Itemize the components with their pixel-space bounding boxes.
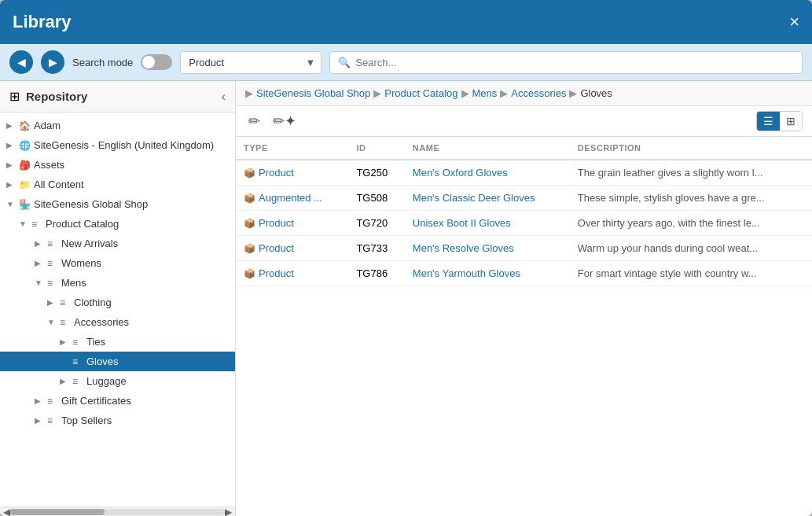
sidebar-item-label: Ties <box>86 336 105 348</box>
sidebar-item-label: SiteGenesis Global Shop <box>34 198 148 210</box>
search-input[interactable] <box>355 57 794 68</box>
accessories-icon: ≡ <box>60 317 71 328</box>
sidebar-item-top-sellers[interactable]: ▶ ≡ Top Sellers <box>0 411 235 430</box>
sidebar-item-accessories[interactable]: ▼ ≡ Accessories <box>0 312 235 332</box>
expand-icon: ▶ <box>6 141 16 149</box>
sidebar-item-product-catalog[interactable]: ▼ ≡ Product Catalog <box>0 214 235 234</box>
sidebar-item-womens[interactable]: ▶ ≡ Womens <box>0 253 235 273</box>
home-icon: 🏠 <box>19 120 31 131</box>
cell-id: TG786 <box>348 261 404 286</box>
breadcrumb-sep: ▶ <box>461 87 469 99</box>
sidebar-item-adam[interactable]: ▶ 🏠 Adam <box>0 116 235 135</box>
shop-icon: 🏪 <box>19 199 31 210</box>
view-toggle: ☰ ⊞ <box>756 111 803 131</box>
modal-title: Library <box>13 12 72 32</box>
sidebar-item-mens[interactable]: ▼ ≡ Mens <box>0 273 235 293</box>
breadcrumb-product-catalog[interactable]: Product Catalog <box>384 87 457 99</box>
expand-icon: ▶ <box>6 160 16 169</box>
breadcrumb-mens[interactable]: Mens <box>472 87 498 99</box>
sidebar-item-new-arrivals[interactable]: ▶ ≡ New Arrivals <box>0 234 235 253</box>
type-dropdown-container: Product Asset Page ▼ <box>180 51 321 74</box>
cell-description: The grain leather gives a slightly worn … <box>570 160 812 186</box>
sidebar-item-clothing[interactable]: ▶ ≡ Clothing <box>0 293 235 312</box>
cell-id: TG508 <box>348 186 404 211</box>
back-button[interactable]: ◀ <box>9 50 33 74</box>
col-type: TYPE <box>236 137 348 160</box>
cell-name[interactable]: Men's Classic Deer Gloves <box>405 186 570 211</box>
scroll-right-button[interactable]: ▶ <box>225 507 232 517</box>
sidebar-item-assets[interactable]: ▶ 🎒 Assets <box>0 155 235 175</box>
product-icon: 📦 <box>244 243 255 254</box>
close-button[interactable]: × <box>789 13 799 31</box>
sidebar-item-label: Assets <box>34 159 64 171</box>
search-mode-toggle[interactable] <box>141 54 172 70</box>
cell-name[interactable]: Men's Resolve Gloves <box>405 236 570 261</box>
sidebar-item-label: Luggage <box>86 375 127 387</box>
expand-icon: ▶ <box>6 180 16 189</box>
sidebar-item-label: Gift Certificates <box>61 395 131 407</box>
list-view-button[interactable]: ☰ <box>757 112 780 131</box>
expand-icon: ▶ <box>6 121 16 130</box>
sidebar-item-luggage[interactable]: ▶ ≡ Luggage <box>0 371 235 391</box>
new-arrivals-icon: ≡ <box>47 238 58 249</box>
expand-icon: ▶ <box>35 396 44 405</box>
cell-name[interactable]: Men's Oxford Gloves <box>405 160 570 186</box>
forward-button[interactable]: ▶ <box>41 50 64 74</box>
sidebar-item-label: Product Catalog <box>46 218 119 230</box>
grid-view-button[interactable]: ⊞ <box>780 112 802 131</box>
sidebar-item-label: Gloves <box>86 356 118 367</box>
product-icon: 📦 <box>244 168 255 179</box>
sidebar-item-label: New Arrivals <box>61 238 118 249</box>
cell-description: Warm up your hands during cool weat... <box>570 236 812 261</box>
breadcrumb-sitegenesis[interactable]: SiteGenesis Global Shop <box>256 87 370 99</box>
sidebar-item-label: Top Sellers <box>61 415 112 426</box>
modal-header: Library × <box>0 0 812 44</box>
action-left: ✏ ✏✦ <box>245 111 299 131</box>
cell-type: 📦Augmented ... <box>236 186 348 211</box>
top-sellers-icon: ≡ <box>47 415 58 426</box>
table-row: 📦Product TG250 Men's Oxford Gloves The g… <box>236 160 812 186</box>
ties-icon: ≡ <box>72 337 83 348</box>
sidebar-title-row: ⊞ Repository <box>9 89 87 104</box>
cell-id: TG720 <box>348 211 404 236</box>
expand-icon: ▼ <box>19 219 28 228</box>
sidebar-item-ties[interactable]: ▶ ≡ Ties <box>0 332 235 352</box>
expand-icon: ▶ <box>35 416 44 425</box>
library-modal: Library × ◀ ▶ Search mode Product Asset … <box>0 0 812 516</box>
col-id: ID <box>348 137 404 160</box>
gift-certificates-icon: ≡ <box>47 396 58 407</box>
edit-button[interactable]: ✏ <box>245 111 263 131</box>
sidebar-item-gift-certificates[interactable]: ▶ ≡ Gift Certificates <box>0 391 235 411</box>
scrollbar-track <box>10 509 225 515</box>
expand-icon: ▼ <box>35 278 44 287</box>
sidebar-item-all-content[interactable]: ▶ 📁 All Content <box>0 175 235 194</box>
search-icon: 🔍 <box>338 57 351 68</box>
action-bar: ✏ ✏✦ ☰ ⊞ <box>236 106 812 137</box>
sidebar-collapse-button[interactable]: ‹ <box>222 90 226 104</box>
sidebar: ⊞ Repository ‹ ▶ 🏠 Adam ▶ 🌐 SiteGenesis … <box>0 81 236 516</box>
cell-type: 📦Product <box>236 261 348 286</box>
cell-name[interactable]: Unisex Boot II Gloves <box>405 211 570 236</box>
breadcrumb: ▶ SiteGenesis Global Shop ▶ Product Cata… <box>236 81 812 106</box>
product-icon: 📦 <box>244 218 255 229</box>
sidebar-item-gloves[interactable]: ≡ Gloves <box>0 352 235 371</box>
assets-icon: 🎒 <box>19 160 31 171</box>
search-mode-label: Search mode <box>72 57 133 68</box>
type-dropdown[interactable]: Product Asset Page <box>180 51 321 74</box>
toolbar: ◀ ▶ Search mode Product Asset Page ▼ 🔍 <box>0 44 812 81</box>
sidebar-item-sitegenesis-english[interactable]: ▶ 🌐 SiteGenesis - English (United Kingdo… <box>0 135 235 155</box>
cell-id: TG250 <box>348 160 404 186</box>
magic-edit-button[interactable]: ✏✦ <box>270 111 299 131</box>
sidebar-item-sitegenesis-global-shop[interactable]: ▼ 🏪 SiteGenesis Global Shop <box>0 194 235 214</box>
scrollbar-thumb[interactable] <box>10 509 105 515</box>
breadcrumb-accessories[interactable]: Accessories <box>511 87 566 99</box>
breadcrumb-sep: ▶ <box>373 87 381 99</box>
cell-name[interactable]: Men's Yarmouth Gloves <box>405 261 570 286</box>
sidebar-item-label: Adam <box>34 120 61 131</box>
cell-type: 📦Product <box>236 211 348 236</box>
cell-description: Over thirty years ago, with the finest l… <box>570 211 812 236</box>
scroll-left-button[interactable]: ◀ <box>3 507 10 517</box>
cell-description: These simple, stylish gloves have a gre.… <box>570 186 812 211</box>
cell-type: 📦Product <box>236 236 348 261</box>
main-content: ⊞ Repository ‹ ▶ 🏠 Adam ▶ 🌐 SiteGenesis … <box>0 81 812 516</box>
